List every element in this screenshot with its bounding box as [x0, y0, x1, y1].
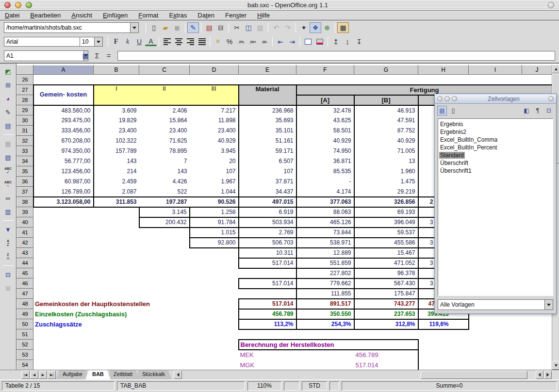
cell-E46[interactable]: 517.014: [239, 278, 296, 289]
find-replace-icon[interactable]: ∞: [1, 192, 15, 204]
cell-G31[interactable]: 87.752: [354, 126, 418, 136]
cell-E38[interactable]: 497.015: [239, 197, 296, 207]
cell-D40[interactable]: 91.784: [190, 217, 239, 228]
choose-themes-icon[interactable]: ▧: [1, 151, 15, 163]
cell-D29[interactable]: 7.217: [190, 105, 239, 115]
cell-F29[interactable]: 32.478: [296, 105, 354, 115]
formula-icon[interactable]: =: [103, 50, 115, 61]
status-mode[interactable]: STD: [302, 381, 327, 391]
style-item-ergebnis[interactable]: Ergebnis: [439, 120, 552, 128]
cell-D27[interactable]: III: [190, 85, 239, 105]
cell-B33[interactable]: 157.789: [94, 146, 139, 156]
cell-I50[interactable]: [469, 319, 522, 329]
cell-B29[interactable]: 3.609: [94, 105, 139, 115]
cell-G47[interactable]: 175.847: [354, 289, 418, 299]
menu-einfgen[interactable]: Einfügen: [103, 12, 128, 19]
insert-icon[interactable]: ◩: [1, 65, 15, 77]
cell-F49[interactable]: 350.550: [296, 309, 354, 319]
cell-F32[interactable]: 40.929: [296, 136, 354, 146]
row-header-51[interactable]: 51: [17, 329, 33, 340]
update-style-icon[interactable]: ⊡: [544, 106, 554, 115]
cell-E40[interactable]: 503.934: [239, 217, 296, 228]
url-dropdown-button[interactable]: [130, 22, 139, 33]
column-header-A[interactable]: A: [33, 65, 94, 75]
edit-file-icon[interactable]: ✎: [187, 22, 199, 33]
cell-C51[interactable]: [139, 329, 190, 340]
sheet-corner[interactable]: [17, 65, 33, 75]
menu-format[interactable]: Format: [138, 12, 158, 19]
cell-G48[interactable]: 743.277: [354, 299, 418, 309]
menu-extras[interactable]: Extras: [169, 12, 187, 19]
cell-I53[interactable]: [469, 350, 522, 360]
tab-scroll-button[interactable]: [174, 371, 182, 379]
cell-D52[interactable]: [190, 340, 239, 350]
cell-H51[interactable]: [418, 329, 469, 340]
cell-C53[interactable]: [139, 350, 190, 360]
stylist-icon[interactable]: ❖: [310, 22, 321, 33]
cell-A42[interactable]: [33, 238, 94, 248]
cell-G35[interactable]: 1.960: [354, 166, 418, 177]
cell-B47[interactable]: [94, 289, 139, 299]
cell-E47[interactable]: [239, 289, 296, 299]
column-header-G[interactable]: G: [354, 65, 418, 75]
font-color-icon[interactable]: A: [145, 38, 157, 46]
cell-A51[interactable]: [33, 329, 94, 340]
cell-B37[interactable]: 2.087: [94, 187, 139, 197]
row-header-32[interactable]: 32: [17, 136, 33, 146]
cell-C42[interactable]: [139, 238, 190, 248]
horizontal-scroll-thumb[interactable]: [421, 371, 527, 379]
cell-D32[interactable]: 40.929: [190, 136, 239, 146]
row-header-48[interactable]: 48: [17, 299, 33, 309]
cell-E39[interactable]: 6.919: [239, 207, 296, 217]
row-header-39[interactable]: 39: [17, 207, 33, 217]
cell-E36[interactable]: 37.871: [239, 177, 296, 187]
cell-A41[interactable]: [33, 228, 94, 238]
cell-A33[interactable]: 974.350,00: [33, 146, 94, 156]
cell-B41[interactable]: [94, 228, 139, 238]
cell-F40[interactable]: 465.126: [296, 217, 354, 228]
cell-C36[interactable]: 4.426: [139, 177, 190, 187]
column-header-F[interactable]: F: [296, 65, 354, 75]
row-header-36[interactable]: 36: [17, 177, 33, 187]
underline-icon[interactable]: U: [133, 36, 145, 47]
cell-E34[interactable]: 6.507: [239, 156, 296, 166]
cell-D46[interactable]: [190, 278, 239, 289]
row-header-30[interactable]: 30: [17, 115, 33, 126]
cell-E31[interactable]: 35.101: [239, 126, 296, 136]
cell-B43[interactable]: [94, 248, 139, 258]
cell-B26[interactable]: [94, 75, 139, 85]
cell-J53[interactable]: [522, 350, 552, 360]
cell-A26[interactable]: [33, 75, 94, 85]
row-header-40[interactable]: 40: [17, 217, 33, 228]
cell-B32[interactable]: 102.322: [94, 136, 139, 146]
cell-H52[interactable]: [418, 340, 469, 350]
minimize-button[interactable]: [15, 2, 21, 8]
cell-C41[interactable]: [139, 228, 190, 238]
cell-J26[interactable]: [522, 75, 552, 85]
cell-F34[interactable]: 36.871: [296, 156, 354, 166]
cell-I52[interactable]: [469, 340, 522, 350]
page-styles-icon[interactable]: ▯: [448, 106, 458, 115]
row-header-54[interactable]: 54: [17, 360, 33, 370]
autofilter-icon[interactable]: ▼: [1, 224, 15, 235]
cell-E45[interactable]: [239, 268, 296, 278]
cell-D39[interactable]: 1.258: [190, 207, 239, 217]
maximize-button[interactable]: [26, 2, 32, 8]
cell-reference-input[interactable]: [4, 50, 83, 61]
style-item-ergebnis2[interactable]: Ergebnis2: [439, 128, 552, 136]
sum-icon[interactable]: Σ: [91, 50, 103, 61]
cell-E37[interactable]: 34.437: [239, 187, 296, 197]
cell-A47[interactable]: [33, 289, 94, 299]
hyperlink-icon[interactable]: ⊕: [321, 22, 333, 33]
cell-G53[interactable]: 456.789: [354, 350, 418, 360]
font-size-dropdown[interactable]: [94, 37, 103, 47]
sheet-tab-bab[interactable]: BAB: [85, 370, 111, 379]
cell-B35[interactable]: 214: [94, 166, 139, 177]
cell-B30[interactable]: 19.829: [94, 115, 139, 126]
insert-cells-icon[interactable]: ⊞: [1, 79, 15, 91]
cell-C54[interactable]: [139, 360, 190, 370]
cell-C33[interactable]: 78.895: [139, 146, 190, 156]
cell-E26[interactable]: [239, 75, 296, 85]
cell-C32[interactable]: 71.625: [139, 136, 190, 146]
gallery-icon[interactable]: ▦: [337, 22, 349, 33]
